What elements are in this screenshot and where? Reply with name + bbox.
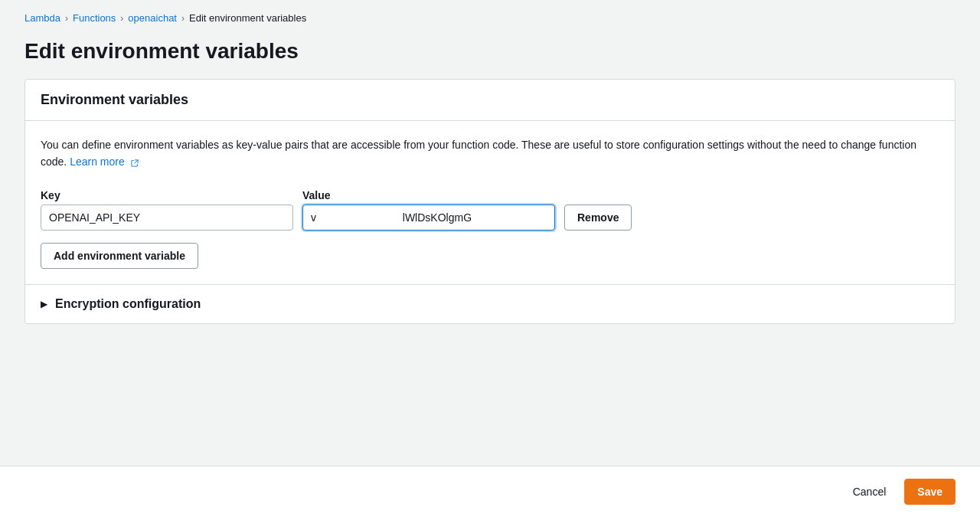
- info-text: You can define environment variables as …: [41, 136, 939, 171]
- breadcrumb-lambda[interactable]: Lambda: [24, 12, 60, 24]
- env-var-row: Key Value Remove: [41, 189, 939, 231]
- add-variable-button[interactable]: Add environment variable: [41, 243, 198, 269]
- breadcrumb-separator-3: ›: [181, 13, 185, 24]
- page-wrapper: Lambda › Functions › openaichat › Edit e…: [0, 0, 980, 517]
- breadcrumb-separator-1: ›: [65, 13, 68, 24]
- encryption-label: Encryption configuration: [55, 297, 201, 311]
- page-title: Edit environment variables: [24, 39, 956, 64]
- learn-more-link[interactable]: Learn more: [70, 155, 139, 168]
- value-input[interactable]: [302, 205, 555, 231]
- breadcrumb-function-name[interactable]: openaichat: [128, 12, 177, 24]
- card-body: You can define environment variables as …: [25, 121, 955, 284]
- cancel-button[interactable]: Cancel: [841, 486, 899, 498]
- chevron-right-icon: ▶: [41, 299, 47, 309]
- key-field-group: Key: [41, 189, 293, 231]
- save-button[interactable]: Save: [904, 479, 956, 505]
- value-field-group: Value: [302, 189, 555, 231]
- value-label: Value: [302, 189, 555, 201]
- card-header: Environment variables: [25, 80, 955, 121]
- breadcrumb-current: Edit environment variables: [189, 12, 306, 24]
- breadcrumb-separator-2: ›: [120, 13, 123, 24]
- env-variables-card: Environment variables You can define env…: [24, 79, 956, 324]
- breadcrumb-functions[interactable]: Functions: [73, 12, 116, 24]
- section-title: Environment variables: [41, 92, 939, 108]
- key-input[interactable]: [41, 205, 293, 231]
- learn-more-label: Learn more: [70, 155, 125, 168]
- footer-actions: Cancel Save: [0, 466, 980, 517]
- remove-button[interactable]: Remove: [564, 205, 632, 231]
- info-text-content: You can define environment variables as …: [41, 139, 916, 168]
- key-label: Key: [41, 189, 293, 201]
- encryption-section: ▶ Encryption configuration: [25, 284, 955, 323]
- breadcrumb: Lambda › Functions › openaichat › Edit e…: [24, 12, 956, 24]
- encryption-toggle[interactable]: ▶ Encryption configuration: [41, 297, 939, 311]
- external-link-icon: [130, 159, 139, 168]
